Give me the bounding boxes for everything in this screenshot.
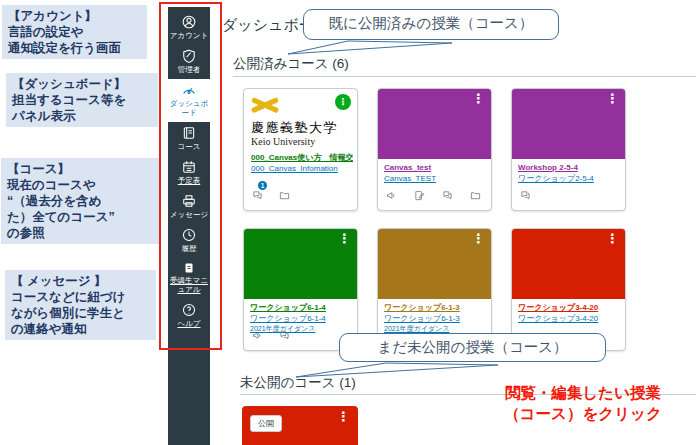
course-link[interactable]: ワークショップ3-4-20 <box>518 314 619 325</box>
annotation-body: 担当するコース等を パネル表示 <box>12 92 152 124</box>
course-link[interactable]: Workshop 2-5-4 <box>518 163 619 174</box>
annotation-courses-note: 【コース】 現在のコースや “（過去分を含め た）全てのコース” の参照 <box>1 158 159 244</box>
global-nav-sidebar: アカウント 管理者 ダッシュボード コース 予定表 メッセージ 履歴 受講生マ <box>168 7 210 445</box>
annotation-title: 【アカウント】 <box>8 8 141 24</box>
sidebar-item-label: ヘルプ <box>177 319 200 328</box>
course-link[interactable]: 2021年度ガイダンス <box>384 324 485 333</box>
discussions-icon[interactable] <box>520 187 531 205</box>
assignments-icon[interactable] <box>414 187 425 205</box>
sidebar-item-label: ダッシュボード <box>169 99 209 117</box>
dashboard-icon <box>182 83 196 97</box>
unpublished-courses-header: 未公開のコース (1) <box>240 374 356 392</box>
course-link[interactable]: ワークショップ6-1-3 <box>384 314 485 325</box>
click-hint-line: （コース）をクリック <box>468 403 698 424</box>
annotation-account-note: 【アカウント】 言語の設定や 通知設定を行う画面 <box>2 5 147 59</box>
keio-pen-mark-logo <box>250 94 280 117</box>
discussions-icon[interactable] <box>442 187 453 205</box>
announcements-icon[interactable] <box>252 327 263 345</box>
course-link[interactable]: ワークショップ3-4-20 <box>518 303 619 314</box>
history-icon <box>182 228 196 242</box>
calendar-icon <box>182 160 196 174</box>
manual-icon <box>183 262 195 274</box>
sidebar-item-admin[interactable]: 管理者 <box>168 45 210 79</box>
course-card-keio[interactable]: ⋮ 慶應義塾大学 Keio University 000_Canvas使い方 情… <box>243 88 358 211</box>
files-icon[interactable] <box>470 187 481 205</box>
user-icon <box>182 15 196 29</box>
sidebar-item-calendar[interactable]: 予定表 <box>168 156 210 190</box>
sidebar-item-label: コース <box>178 142 201 151</box>
help-icon <box>182 303 196 317</box>
course-card-workshop-2-5-4[interactable]: ⋮ Workshop 2-5-4 ワークショップ2-5-4 <box>511 88 626 211</box>
annotation-title: 【コース】 <box>7 161 153 177</box>
annotation-title: 【ダッシュボード】 <box>12 76 152 92</box>
discussions-icon[interactable] <box>279 327 290 345</box>
sidebar-item-inbox[interactable]: メッセージ <box>168 190 210 224</box>
annotation-body: コースなどに紐づけ ながら個別に学生と の連絡や通知 <box>11 289 150 337</box>
course-card-workshop-6-1-4[interactable]: ⋮ ワークショップ6-1-4 ワークショップ6-1-4 2021年度ガイダンス <box>243 228 358 351</box>
card-menu-button[interactable]: ⋮ <box>606 92 619 105</box>
announcements-icon[interactable] <box>386 187 397 205</box>
sidebar-item-label: アカウント <box>170 31 208 40</box>
card-menu-button[interactable]: ⋮ <box>472 232 485 245</box>
shield-icon <box>182 49 196 63</box>
sidebar-item-courses[interactable]: コース <box>168 122 210 156</box>
inbox-icon <box>182 194 196 208</box>
published-courses-header: 公開済みコース (6) <box>233 55 349 73</box>
card-menu-button[interactable]: ⋮ <box>606 232 619 245</box>
annotation-body: 現在のコースや “（過去分を含め た）全てのコース” の参照 <box>7 177 153 241</box>
unpublished-course-card[interactable]: 公開 ⋮ <box>242 406 358 445</box>
course-link[interactable]: ワークショップ6-1-3 <box>384 303 485 314</box>
sidebar-item-dashboard[interactable]: ダッシュボード <box>168 79 210 122</box>
annotation-body: 言語の設定や 通知設定を行う画面 <box>8 24 141 56</box>
university-name: 慶應義塾大学 <box>251 119 338 137</box>
click-hint-note: 閲覧・編集したい授業 （コース）をクリック <box>468 382 698 424</box>
annotation-dashboard-note: 【ダッシュボード】 担当するコース等を パネル表示 <box>6 73 158 127</box>
sidebar-item-label: 予定表 <box>178 176 201 185</box>
sidebar-item-label: 履歴 <box>182 244 197 253</box>
card-menu-button[interactable]: ⋮ <box>338 232 351 245</box>
course-link[interactable]: ワークショップ2-5-4 <box>518 174 619 185</box>
university-name-en: Keio University <box>251 136 315 147</box>
discussions-icon[interactable]: 1 <box>252 187 263 205</box>
card-menu-button[interactable]: ⋮ <box>337 410 350 423</box>
card-menu-button[interactable]: ⋮ <box>335 94 351 110</box>
sidebar-item-label: 管理者 <box>178 65 201 74</box>
files-icon[interactable] <box>279 187 290 205</box>
canvas-dashboard-screenshot: 【アカウント】 言語の設定や 通知設定を行う画面 【ダッシュボード】 担当するコ… <box>0 0 700 445</box>
card-menu-button[interactable]: ⋮ <box>472 92 485 105</box>
course-link[interactable]: Canvas_TEST <box>384 174 485 185</box>
course-link[interactable]: Canvas_test <box>384 163 485 174</box>
sidebar-item-label: 受講生マニュアル <box>169 276 209 294</box>
annotation-messages-note: 【 メッセージ 】 コースなどに紐づけ ながら個別に学生と の連絡や通知 <box>5 270 156 340</box>
course-link[interactable]: 000_Canvas_Infomation <box>251 164 353 175</box>
sidebar-item-account[interactable]: アカウント <box>168 11 210 45</box>
sidebar-item-student-manual[interactable]: 受講生マニュアル <box>168 258 210 299</box>
sidebar-item-help[interactable]: ヘルプ <box>168 299 210 333</box>
course-link[interactable]: 000_Canvas使い方 情報交換 <box>251 153 353 164</box>
unpublished-callout-bubble: まだ未公開の授業（コース） <box>339 333 606 362</box>
annotation-title: 【 メッセージ 】 <box>11 273 150 289</box>
publish-button[interactable]: 公開 <box>250 415 282 432</box>
course-link[interactable]: ワークショップ6-1-4 <box>250 303 351 314</box>
divider <box>233 76 696 77</box>
course-card-canvas-test[interactable]: ⋮ Canvas_test Canvas_TEST <box>377 88 492 211</box>
sidebar-item-history[interactable]: 履歴 <box>168 224 210 258</box>
click-hint-line: 閲覧・編集したい授業 <box>468 382 698 403</box>
course-link[interactable]: ワークショップ6-1-4 <box>250 314 351 325</box>
courses-icon <box>182 126 196 140</box>
sidebar-item-label: メッセージ <box>170 210 208 219</box>
published-callout-bubble: 既に公開済みの授業（コース） <box>303 9 559 40</box>
unread-badge: 1 <box>258 181 267 190</box>
